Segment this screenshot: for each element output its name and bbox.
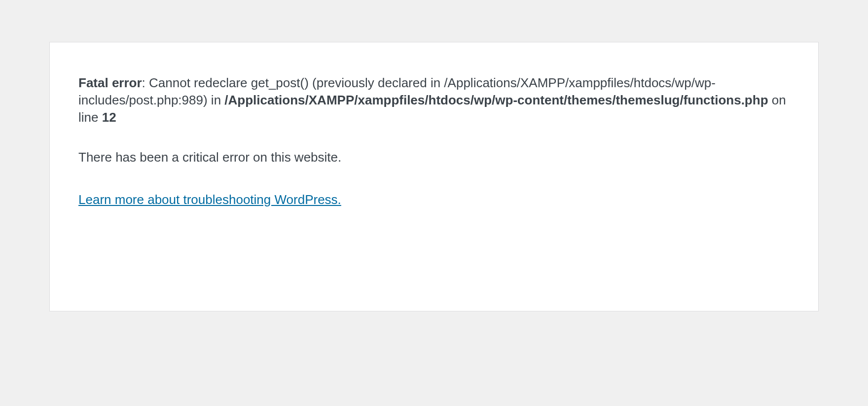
fatal-error-message: Fatal error: Cannot redeclare get_post()…	[78, 74, 790, 126]
error-line-number: 12	[102, 110, 116, 125]
error-label: Fatal error	[78, 75, 142, 90]
error-container: Fatal error: Cannot redeclare get_post()…	[49, 42, 819, 311]
troubleshoot-link[interactable]: Learn more about troubleshooting WordPre…	[78, 192, 341, 207]
critical-error-text: There has been a critical error on this …	[78, 150, 790, 165]
error-file-path: /Applications/XAMPP/xamppfiles/htdocs/wp…	[224, 93, 768, 107]
